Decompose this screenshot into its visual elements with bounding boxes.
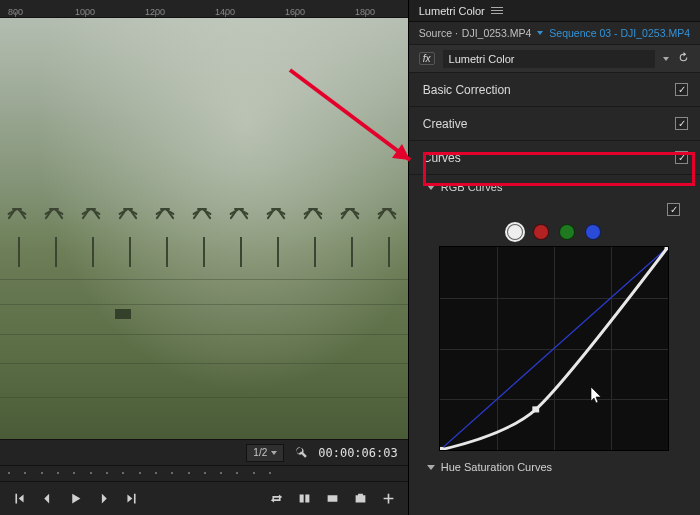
disclosure-icon	[427, 185, 435, 190]
section-basic-correction[interactable]: Basic Correction	[409, 73, 700, 107]
add-button[interactable]	[378, 488, 400, 510]
reset-icon[interactable]	[677, 51, 690, 66]
step-fwd-button[interactable]	[92, 488, 114, 510]
zoom-value: 1/2	[253, 447, 267, 458]
section-label: Curves	[423, 151, 461, 165]
fx-badge[interactable]: fx	[419, 52, 435, 65]
svg-rect-1	[440, 447, 443, 450]
channel-green[interactable]	[559, 224, 575, 240]
source-clip-name[interactable]: DJI_0253.MP4	[462, 27, 531, 39]
chevron-down-icon	[537, 31, 543, 35]
hue-sat-label: Hue Saturation Curves	[441, 461, 552, 473]
curve-path	[440, 247, 668, 450]
rgb-curves-area	[409, 199, 700, 451]
timecode-display[interactable]: 00:00:06:03	[318, 446, 397, 460]
rgb-curves-toggle[interactable]	[667, 203, 680, 216]
rgb-curves-header[interactable]: RGB Curves	[409, 175, 700, 199]
mark-in-button[interactable]	[8, 488, 30, 510]
svg-rect-3	[665, 247, 668, 250]
sequence-name[interactable]: Sequence 03 - DJI_0253.MP4	[549, 27, 690, 39]
disclosure-icon	[427, 465, 435, 470]
hue-saturation-header[interactable]: Hue Saturation Curves	[409, 451, 700, 479]
curves-toggle[interactable]	[675, 151, 688, 164]
section-curves[interactable]: Curves	[409, 141, 700, 175]
play-button[interactable]	[64, 488, 86, 510]
zoom-select[interactable]: 1/2	[246, 444, 284, 462]
wrench-icon[interactable]	[294, 445, 308, 461]
panel-header: Lumetri Color	[409, 0, 700, 22]
loop-button[interactable]	[266, 488, 288, 510]
channel-red[interactable]	[533, 224, 549, 240]
cursor-icon	[590, 387, 604, 405]
source-prefix: Source ·	[419, 27, 458, 39]
svg-rect-2	[533, 406, 540, 412]
preview-frame	[0, 18, 408, 439]
curve-editor[interactable]	[439, 246, 669, 451]
preview-viewport[interactable]	[0, 18, 408, 439]
source-line: Source · DJI_0253.MP4 Sequence 03 - DJI_…	[409, 22, 700, 45]
preview-controls: 1/2 00:00:06:03	[0, 439, 408, 465]
creative-toggle[interactable]	[675, 117, 688, 130]
transport-bar	[0, 481, 408, 515]
mini-timeline[interactable]	[0, 465, 408, 481]
panel-title: Lumetri Color	[419, 5, 485, 17]
effect-name-dropdown[interactable]: Lumetri Color	[443, 50, 655, 68]
section-label: Basic Correction	[423, 83, 511, 97]
mark-out-button[interactable]	[120, 488, 142, 510]
chevron-down-icon	[271, 451, 277, 455]
program-monitor: 800 1000 1200 1400 1600 1800	[0, 0, 408, 515]
channel-swatches	[423, 224, 686, 246]
basic-correction-toggle[interactable]	[675, 83, 688, 96]
rgb-curves-label: RGB Curves	[441, 181, 503, 193]
svg-line-0	[440, 247, 668, 450]
step-back-button[interactable]	[36, 488, 58, 510]
channel-luma[interactable]	[507, 224, 523, 240]
section-label: Creative	[423, 117, 468, 131]
effect-row: fx Lumetri Color	[409, 45, 700, 73]
section-creative[interactable]: Creative	[409, 107, 700, 141]
insert-button[interactable]	[294, 488, 316, 510]
panel-menu-icon[interactable]	[491, 7, 503, 14]
export-frame-button[interactable]	[350, 488, 372, 510]
channel-blue[interactable]	[585, 224, 601, 240]
chevron-down-icon[interactable]	[663, 57, 669, 61]
overwrite-button[interactable]	[322, 488, 344, 510]
lumetri-color-panel: Lumetri Color Source · DJI_0253.MP4 Sequ…	[408, 0, 700, 515]
horizontal-ruler: 800 1000 1200 1400 1600 1800	[0, 0, 408, 18]
